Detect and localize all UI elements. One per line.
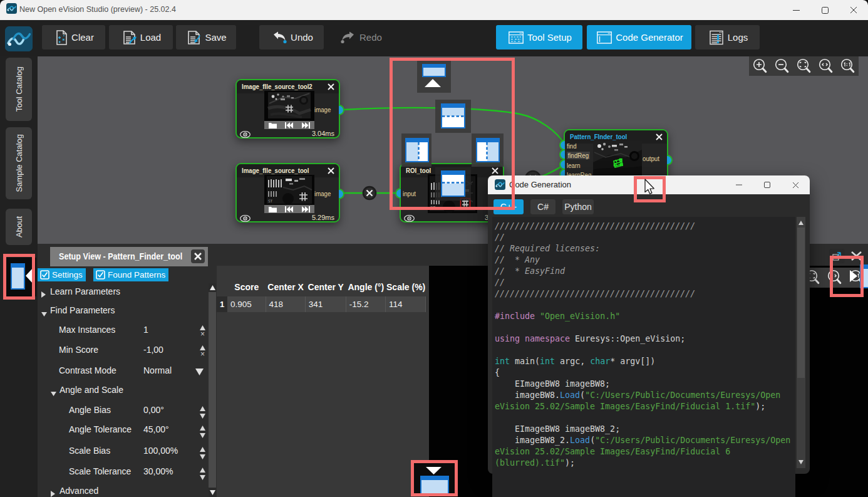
- param-row-contrast-mode[interactable]: Contrast ModeNormal: [38, 364, 208, 377]
- visibility-eye-icon[interactable]: [240, 215, 251, 222]
- node-thumbnail: [593, 141, 642, 179]
- param-row-learn-parameters[interactable]: Learn Parameters: [38, 285, 208, 298]
- param-row-angle-and-scale[interactable]: Angle and Scale: [38, 384, 208, 396]
- table-cell[interactable]: 418: [266, 296, 306, 312]
- load-button[interactable]: Load: [109, 25, 173, 50]
- setup-view-tab[interactable]: Setup View - Pattern_Finder_tool: [50, 247, 208, 266]
- input-port-learn[interactable]: [559, 159, 565, 170]
- zoom-width-icon[interactable]: [818, 58, 834, 75]
- window-title: New Open eVision Studio (preview) - 25.0…: [19, 5, 176, 14]
- column-header-1[interactable]: Center X: [266, 282, 306, 296]
- codegen-minimize-button[interactable]: [725, 175, 753, 195]
- dropdown-arrow-icon[interactable]: [195, 366, 204, 379]
- codegen-maximize-button[interactable]: [753, 175, 782, 195]
- sidebar-tab-tool-catalog[interactable]: Tool Catalog: [6, 58, 32, 121]
- spin-down-icon[interactable]: [200, 429, 205, 441]
- collapse-arrow-icon[interactable]: [41, 307, 47, 320]
- zoom-1-1-icon[interactable]: [840, 58, 856, 75]
- undo-button[interactable]: Undo: [259, 25, 324, 50]
- param-label: Scale Bias: [69, 444, 110, 457]
- param-value[interactable]: 0,00°: [143, 404, 164, 416]
- param-value[interactable]: 100,00%: [143, 444, 178, 457]
- clear-value-icon[interactable]: ×: [200, 348, 205, 360]
- expand-arrow-icon[interactable]: [41, 288, 46, 301]
- column-header-2[interactable]: Center Y: [306, 282, 346, 296]
- visibility-eye-icon[interactable]: [404, 215, 415, 222]
- table-cell[interactable]: 341: [306, 296, 346, 312]
- codegen-tab-python[interactable]: Python: [562, 199, 594, 214]
- param-row-min-score[interactable]: Min Score-1,00 ×: [38, 343, 208, 356]
- zoom-in-icon[interactable]: [752, 58, 768, 75]
- tool-setup-button[interactable]: Tool Setup: [496, 25, 582, 50]
- sidebar-tab-sample-catalog[interactable]: Sample Catalog: [6, 127, 32, 199]
- disconnect-button[interactable]: [363, 187, 376, 199]
- param-row-advanced[interactable]: Advanced: [38, 484, 208, 497]
- param-label: Angle Bias: [69, 404, 111, 416]
- codegen-close-button[interactable]: [781, 175, 810, 195]
- first-image-icon[interactable]: [285, 122, 293, 128]
- codegen-code-area[interactable]: ////////////////////////////////////////…: [492, 217, 795, 497]
- last-image-icon[interactable]: [302, 122, 310, 128]
- open-folder-icon[interactable]: [269, 122, 277, 128]
- node-close-icon[interactable]: [654, 132, 664, 142]
- minimize-button[interactable]: [782, 0, 810, 20]
- spin-down-icon[interactable]: [200, 409, 205, 422]
- visibility-eye-icon[interactable]: [240, 131, 251, 138]
- param-value[interactable]: 1: [143, 323, 148, 336]
- maximize-button[interactable]: [810, 0, 839, 20]
- table-cell[interactable]: 0.905: [227, 296, 266, 312]
- tool-catalog-label: Tool Catalog: [14, 66, 24, 112]
- node-image-file-source-tool2[interactable]: Image_fIle_source_tool2: [235, 79, 340, 139]
- last-image-icon[interactable]: [302, 206, 310, 212]
- first-image-icon[interactable]: [285, 206, 293, 212]
- params-scrollbar[interactable]: [209, 283, 216, 497]
- node-close-icon[interactable]: [326, 166, 336, 175]
- table-cell[interactable]: 114: [386, 296, 426, 312]
- codegen-tab-c[interactable]: C#: [530, 199, 555, 214]
- codegen-scrollbar[interactable]: [797, 217, 805, 468]
- table-cell[interactable]: -15.2: [346, 296, 386, 312]
- node-close-icon[interactable]: [326, 82, 336, 92]
- toggle-found-patterns[interactable]: Found Patterns: [93, 268, 168, 281]
- close-button[interactable]: [839, 0, 868, 20]
- input-port-find[interactable]: [559, 140, 565, 150]
- column-header-3[interactable]: Angle (°): [346, 282, 386, 296]
- collapse-arrow-icon[interactable]: [51, 387, 56, 399]
- annotation-dock-left-icon: [3, 254, 35, 300]
- canvas-zoom-toolbar: [749, 56, 859, 76]
- param-label: Max Instances: [59, 323, 115, 336]
- param-row-scale-bias[interactable]: Scale Bias100,00%: [38, 444, 208, 457]
- zoom-fit-icon[interactable]: [796, 58, 812, 75]
- scroll-up-icon: [798, 221, 803, 225]
- param-value[interactable]: -1,00: [143, 343, 163, 356]
- chip-label: Found Patterns: [108, 270, 165, 280]
- save-button[interactable]: Save: [176, 25, 236, 50]
- code-generator-button[interactable]: Code Generator: [587, 25, 691, 50]
- redo-button[interactable]: Redo: [339, 25, 382, 50]
- param-row-find-parameters[interactable]: Find Parameters: [38, 304, 208, 317]
- logs-button[interactable]: Logs: [695, 25, 760, 50]
- param-value[interactable]: 45,00°: [143, 423, 169, 436]
- open-folder-icon[interactable]: [269, 206, 277, 212]
- spin-down-icon[interactable]: [200, 450, 205, 463]
- zoom-out-icon[interactable]: [774, 58, 790, 75]
- column-header-0[interactable]: Score: [227, 282, 266, 296]
- toggle-settings[interactable]: Settings: [38, 268, 86, 281]
- param-value[interactable]: 30,00%: [143, 465, 173, 478]
- annotation-dock-overlay-cluster: [390, 58, 515, 210]
- spin-down-icon[interactable]: [200, 471, 205, 483]
- param-row-angle-tolerance[interactable]: Angle Tolerance45,00°: [38, 423, 208, 436]
- node-image-file-source-tool[interactable]: Image_fIle_source_tool ST: [235, 163, 340, 222]
- param-row-angle-bias[interactable]: Angle Bias0,00°: [38, 404, 208, 416]
- param-value[interactable]: Normal: [143, 364, 172, 377]
- clear-value-icon[interactable]: ×: [200, 328, 205, 340]
- param-label: Find Parameters: [50, 304, 115, 317]
- clear-button[interactable]: Clear: [42, 25, 105, 50]
- sidebar-tab-about[interactable]: About: [6, 209, 32, 245]
- param-row-scale-tolerance[interactable]: Scale Tolerance30,00%: [38, 465, 208, 478]
- param-row-max-instances[interactable]: Max Instances1 ×: [38, 323, 208, 336]
- setup-view-close-button[interactable]: [191, 249, 205, 263]
- expand-arrow-icon[interactable]: [51, 488, 55, 497]
- row-number[interactable]: 1: [217, 296, 227, 312]
- column-header-4[interactable]: Scale (%): [386, 282, 426, 296]
